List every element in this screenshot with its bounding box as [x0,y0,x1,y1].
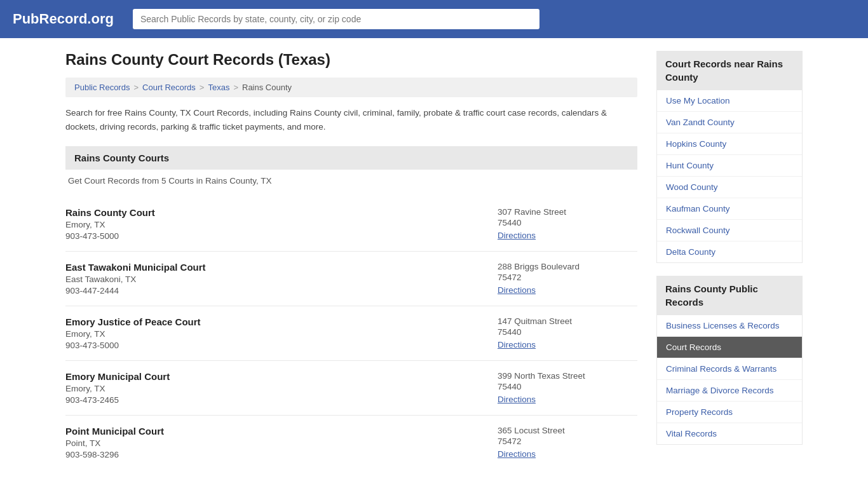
court-city: Emory, TX [65,384,498,393]
main-container: Rains County Court Records (Texas) Publi… [53,38,815,482]
court-entry: Point Municipal Court Point, TX 903-598-… [65,416,637,470]
court-phone: 903-473-2465 [65,395,498,405]
court-entry: Emory Municipal Court Emory, TX 903-473-… [65,361,637,416]
court-entry: East Tawakoni Municipal Court East Tawak… [65,252,637,306]
court-zip: 75472 [498,437,637,446]
site-logo[interactable]: PubRecord.org [13,11,114,27]
court-street: 288 Briggs Boulevard [498,262,637,271]
nearby-header: Court Records near Rains County [656,51,803,90]
court-address-block: 365 Locust Street 75472 Directions [498,426,637,459]
public-records-list-item: Vital Records [657,423,802,444]
court-name: Emory Justice of Peace Court [65,316,498,327]
court-phone: 903-598-3296 [65,450,498,459]
court-zip: 75440 [498,218,637,227]
public-records-link[interactable]: Business Licenses & Records [657,315,802,336]
court-name: East Tawakoni Municipal Court [65,262,498,273]
court-street: 147 Quitman Street [498,316,637,326]
court-name: Emory Municipal Court [65,371,498,382]
nearby-list-item: Hunt County [657,155,802,177]
court-zip: 75440 [498,327,637,337]
breadcrumb-court-records[interactable]: Court Records [142,83,196,92]
public-records-list: Business Licenses & RecordsCourt Records… [656,315,803,445]
nearby-list-item: Wood County [657,177,802,198]
nearby-link[interactable]: Wood County [657,177,802,198]
breadcrumb-sep-2: > [200,83,205,92]
court-city: Emory, TX [65,220,498,229]
nearby-list-item: Delta County [657,241,802,262]
public-records-list-item: Property Records [657,402,802,423]
public-records-list-item: Criminal Records & Warrants [657,358,802,380]
breadcrumb: Public Records > Court Records > Texas >… [65,78,637,97]
court-city: Emory, TX [65,329,498,339]
court-name: Rains County Court [65,207,498,218]
directions-link[interactable]: Directions [498,395,536,404]
nearby-list-item: Kaufman County [657,198,802,220]
content-area: Rains County Court Records (Texas) Publi… [65,51,637,470]
public-records-link[interactable]: Criminal Records & Warrants [657,358,802,379]
court-entry: Emory Justice of Peace Court Emory, TX 9… [65,306,637,361]
search-container [133,9,539,29]
breadcrumb-sep-1: > [133,83,139,92]
directions-link[interactable]: Directions [498,340,536,349]
breadcrumb-current: Rains County [242,83,292,92]
court-info: Emory Justice of Peace Court Emory, TX 9… [65,316,498,350]
court-street: 365 Locust Street [498,426,637,435]
court-street: 399 North Texas Street [498,371,637,381]
court-address-block: 307 Ravine Street 75440 Directions [498,207,637,240]
nearby-list-item: Van Zandt County [657,112,802,133]
directions-link[interactable]: Directions [498,231,536,240]
public-records-list-item: Marriage & Divorce Records [657,380,802,402]
breadcrumb-texas[interactable]: Texas [208,83,229,92]
nearby-link[interactable]: Van Zandt County [657,112,802,133]
court-info: East Tawakoni Municipal Court East Tawak… [65,262,498,295]
court-info: Rains County Court Emory, TX 903-473-500… [65,207,498,241]
court-city: Point, TX [65,438,498,448]
court-address-block: 147 Quitman Street 75440 Directions [498,316,637,349]
court-address-block: 288 Briggs Boulevard 75472 Directions [498,262,637,295]
courts-subtext: Get Court Records from 5 Courts in Rains… [65,176,637,186]
nearby-list-item: Use My Location [657,90,802,112]
sidebar: Court Records near Rains County Use My L… [656,51,803,470]
court-info: Point Municipal Court Point, TX 903-598-… [65,426,498,459]
nearby-link[interactable]: Delta County [657,241,802,262]
public-records-link[interactable]: Court Records [657,337,802,358]
court-phone: 903-447-2444 [65,286,498,295]
nearby-link[interactable]: Use My Location [657,90,802,111]
public-records-link[interactable]: Marriage & Divorce Records [657,380,802,401]
nearby-list: Use My LocationVan Zandt CountyHopkins C… [656,90,803,263]
public-records-list-item: Business Licenses & Records [657,315,802,337]
page-title: Rains County Court Records (Texas) [65,51,637,69]
nearby-list-item: Rockwall County [657,220,802,241]
page-description: Search for free Rains County, TX Court R… [65,106,637,133]
court-zip: 75440 [498,382,637,391]
courts-section-header: Rains County Courts [65,146,637,170]
public-records-header: Rains County Public Records [656,276,803,315]
breadcrumb-sep-3: > [233,83,238,92]
court-address-block: 399 North Texas Street 75440 Directions [498,371,637,404]
site-header: PubRecord.org [0,0,868,38]
public-records-list-item: Court Records [657,337,802,358]
directions-link[interactable]: Directions [498,285,536,295]
directions-link[interactable]: Directions [498,449,536,459]
nearby-list-item: Hopkins County [657,133,802,155]
court-name: Point Municipal Court [65,426,498,437]
nearby-link[interactable]: Hopkins County [657,133,802,154]
search-input[interactable] [133,9,539,29]
court-info: Emory Municipal Court Emory, TX 903-473-… [65,371,498,405]
public-records-link[interactable]: Vital Records [657,423,802,444]
court-entry: Rains County Court Emory, TX 903-473-500… [65,197,637,252]
court-phone: 903-473-5000 [65,341,498,350]
courts-list: Rains County Court Emory, TX 903-473-500… [65,197,637,470]
court-city: East Tawakoni, TX [65,274,498,284]
court-zip: 75472 [498,273,637,282]
breadcrumb-public-records[interactable]: Public Records [74,83,130,92]
nearby-link[interactable]: Hunt County [657,155,802,176]
court-street: 307 Ravine Street [498,207,637,217]
nearby-link[interactable]: Rockwall County [657,220,802,241]
public-records-link[interactable]: Property Records [657,402,802,423]
nearby-link[interactable]: Kaufman County [657,198,802,219]
court-phone: 903-473-5000 [65,231,498,241]
